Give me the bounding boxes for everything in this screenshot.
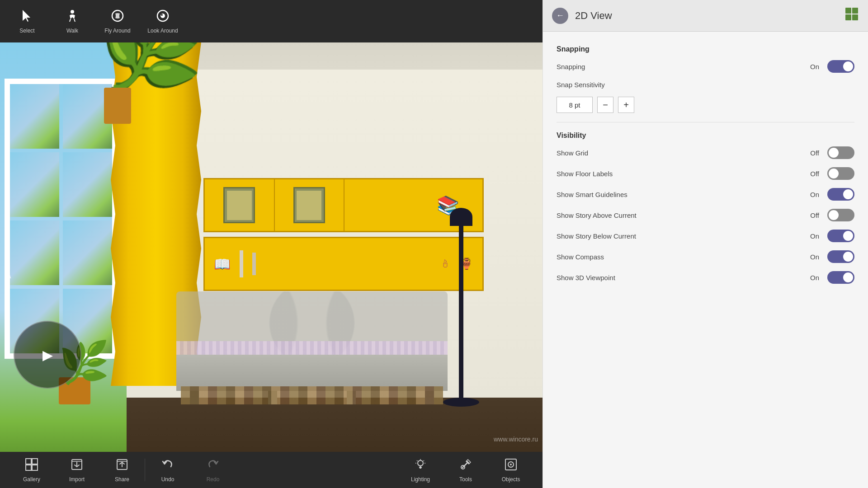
room-scene: 📚 📖 🕯 🏺 🌿 🌿 <box>0 42 542 488</box>
svg-rect-28 <box>845 14 851 20</box>
svg-rect-9 <box>32 459 38 464</box>
snapping-toggle[interactable] <box>827 60 854 73</box>
show-grid-toggle[interactable] <box>827 146 854 159</box>
svg-line-3 <box>74 19 75 22</box>
look-around-icon <box>156 9 170 26</box>
show-floor-labels-toggle[interactable] <box>827 167 854 180</box>
tool-fly-around[interactable]: Fly Around <box>95 3 140 39</box>
show-3d-viewpoint-label: Show 3D Viewpoint <box>557 274 615 282</box>
svg-rect-27 <box>852 8 858 14</box>
bottom-toolbar: Gallery Import Share Un <box>0 452 542 488</box>
redo-button[interactable]: Redo <box>190 454 236 486</box>
snapping-value: On <box>810 63 819 70</box>
objects-button[interactable]: Objects <box>488 454 533 486</box>
show-story-below-toggle-group: On <box>810 230 854 242</box>
toggle-knob <box>843 252 853 262</box>
walk-label: Walk <box>66 28 78 34</box>
show-compass-value: On <box>810 253 819 261</box>
snapping-label: Snapping <box>557 63 585 70</box>
show-smart-guidelines-toggle[interactable] <box>827 188 854 201</box>
panel-header: ← 2D View <box>543 0 868 32</box>
snap-sensitivity-input-row: − + <box>557 97 854 113</box>
toggle-knob <box>843 231 853 241</box>
show-floor-labels-toggle-group: Off <box>810 167 854 180</box>
window-pane <box>10 84 59 149</box>
svg-rect-11 <box>32 465 38 470</box>
window-pane <box>63 221 112 285</box>
share-icon <box>115 458 129 474</box>
toggle-knob <box>843 61 853 71</box>
svg-marker-0 <box>23 10 30 22</box>
viewport[interactable]: 📚 📖 🕯 🏺 🌿 🌿 <box>0 42 542 488</box>
show-3d-viewpoint-value: On <box>810 274 819 282</box>
tools-icon <box>459 458 472 474</box>
show-story-above-toggle[interactable] <box>827 209 854 221</box>
import-button[interactable]: Import <box>54 454 99 486</box>
snap-sensitivity-input[interactable] <box>557 97 593 113</box>
show-grid-row: Show Grid Off <box>557 146 854 159</box>
nav-arrow: ▶ <box>42 347 53 363</box>
shelf-picture-1 <box>223 187 255 223</box>
top-toolbar: Select Walk Fly Around <box>0 0 542 42</box>
show-compass-label: Show Compass <box>557 253 604 261</box>
show-story-below-toggle[interactable] <box>827 230 854 242</box>
svg-point-1 <box>71 10 74 14</box>
svg-rect-29 <box>852 14 858 20</box>
import-icon <box>70 458 84 474</box>
tool-look-around[interactable]: Look Around <box>140 3 185 39</box>
show-smart-guidelines-toggle-group: On <box>810 188 854 201</box>
show-3d-viewpoint-row: Show 3D Viewpoint On <box>557 271 854 284</box>
svg-rect-26 <box>845 8 851 14</box>
back-arrow-icon: ← <box>556 11 564 20</box>
svg-rect-8 <box>26 459 31 464</box>
tool-walk[interactable]: Walk <box>50 3 95 39</box>
fly-around-label: Fly Around <box>104 28 130 34</box>
tool-select[interactable]: Select <box>5 3 50 39</box>
gallery-button[interactable]: Gallery <box>9 454 54 486</box>
svg-line-18 <box>424 460 425 461</box>
window-pane <box>10 221 59 285</box>
visibility-section-title: Visibility <box>557 131 854 140</box>
snapping-toggle-group: On <box>810 60 854 73</box>
shelf-top: 📚 <box>203 178 484 232</box>
snap-decrease-button[interactable]: − <box>597 97 613 113</box>
show-3d-viewpoint-toggle[interactable] <box>827 271 854 284</box>
share-label: Share <box>115 476 129 483</box>
panel-title: 2D View <box>575 10 844 22</box>
snap-sensitivity-label: Snap Sensitivity <box>557 81 605 89</box>
toggle-knob <box>829 210 839 220</box>
lighting-button[interactable]: Lighting <box>398 454 443 486</box>
show-compass-toggle-group: On <box>810 250 854 263</box>
svg-point-6 <box>160 14 165 18</box>
show-compass-row: Show Compass On <box>557 250 854 263</box>
toggle-knob <box>843 189 853 199</box>
show-story-above-label: Show Story Above Current <box>557 211 637 219</box>
lighting-label: Lighting <box>411 476 430 483</box>
share-button[interactable]: Share <box>99 454 145 486</box>
shelf-item-2 <box>275 179 345 231</box>
show-compass-toggle[interactable] <box>827 250 854 263</box>
gallery-icon <box>25 458 38 474</box>
show-grid-label: Show Grid <box>557 149 588 157</box>
window-grid <box>10 84 112 353</box>
navigation-circle[interactable]: ▶ <box>14 321 81 389</box>
lamp-base <box>443 398 479 407</box>
tools-button[interactable]: Tools <box>443 454 488 486</box>
undo-button[interactable]: Undo <box>145 454 190 486</box>
snapping-section-title: Snapping <box>557 45 854 53</box>
back-button[interactable]: ← <box>552 8 568 24</box>
shelf-item-1 <box>205 179 275 231</box>
shelf-picture-2 <box>293 187 325 223</box>
walk-icon <box>66 9 79 26</box>
show-story-above-value: Off <box>810 211 819 219</box>
undo-icon <box>161 458 175 474</box>
svg-rect-10 <box>26 465 31 470</box>
snap-increase-button[interactable]: + <box>618 97 634 113</box>
lighting-icon <box>414 458 427 474</box>
objects-icon <box>504 458 518 474</box>
show-story-above-row: Show Story Above Current Off <box>557 209 854 221</box>
show-floor-labels-value: Off <box>810 170 819 178</box>
lamp-head <box>450 208 472 226</box>
gallery-label: Gallery <box>23 476 40 483</box>
shelf-unit: 📚 📖 🕯 🏺 <box>203 178 484 296</box>
